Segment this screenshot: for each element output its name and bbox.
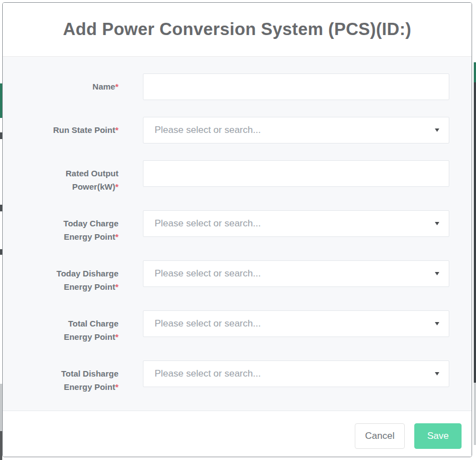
field-control <box>143 160 449 187</box>
field-label-today-charge-energy-point: Today Charge Energy Point* <box>25 217 118 244</box>
field-control: Please select or search... <box>143 310 449 337</box>
today-charge-energy-point-select[interactable]: Please select or search... <box>143 210 449 237</box>
form-row-rated-output-power: Rated Output Power(kW)* <box>25 160 449 194</box>
field-control: Please select or search... <box>143 360 449 387</box>
field-label-rated-output-power: Rated Output Power(kW)* <box>25 167 118 194</box>
edge-dark-segment <box>474 82 476 383</box>
form-row-total-charge-energy-point: Total Charge Energy Point* Please select… <box>25 310 449 344</box>
edge-gray-segment <box>474 383 476 445</box>
total-charge-energy-point-select[interactable]: Please select or search... <box>143 310 449 337</box>
screenshot-stage: Add Power Conversion System (PCS)(ID:) N… <box>0 0 476 460</box>
field-label-total-charge-energy-point: Total Charge Energy Point* <box>25 317 118 344</box>
select-placeholder: Please select or search... <box>155 268 261 279</box>
today-disharge-energy-point-select[interactable]: Please select or search... <box>143 260 449 287</box>
chevron-down-icon <box>435 128 439 132</box>
form-row-today-disharge-energy-point: Today Disharge Energy Point* Please sele… <box>25 260 449 294</box>
required-asterisk: * <box>115 125 118 135</box>
required-asterisk: * <box>115 332 118 342</box>
field-label-today-disharge-energy-point: Today Disharge Energy Point* <box>25 267 118 294</box>
select-placeholder: Please select or search... <box>155 368 261 379</box>
save-button[interactable]: Save <box>414 423 462 449</box>
required-asterisk: * <box>115 382 118 392</box>
modal-body: Name* Run State Point* Please select or … <box>3 57 472 410</box>
chevron-down-icon <box>435 372 439 375</box>
edge-teal-segment <box>474 62 476 82</box>
field-control: Please select or search... <box>143 210 449 237</box>
select-placeholder: Please select or search... <box>155 218 261 229</box>
chevron-down-icon <box>435 272 439 275</box>
field-label-run-state-point: Run State Point* <box>25 123 118 137</box>
required-asterisk: * <box>115 232 118 241</box>
total-disharge-energy-point-select[interactable]: Please select or search... <box>143 360 449 387</box>
add-pcs-modal: Add Power Conversion System (PCS)(ID:) N… <box>2 2 472 457</box>
rated-output-power-input[interactable] <box>143 160 449 187</box>
form-row-today-charge-energy-point: Today Charge Energy Point* Please select… <box>25 210 449 244</box>
field-control: Please select or search... <box>143 117 449 144</box>
modal-header: Add Power Conversion System (PCS)(ID:) <box>3 3 472 57</box>
form-row-total-disharge-energy-point: Total Disharge Energy Point* Please sele… <box>25 360 449 394</box>
select-placeholder: Please select or search... <box>155 125 261 136</box>
form-row-run-state-point: Run State Point* Please select or search… <box>25 117 449 144</box>
field-label-total-disharge-energy-point: Total Disharge Energy Point* <box>25 367 118 394</box>
chevron-down-icon <box>435 222 439 225</box>
required-asterisk: * <box>115 82 118 91</box>
required-asterisk: * <box>115 282 118 291</box>
select-placeholder: Please select or search... <box>155 318 261 329</box>
field-control <box>143 73 449 100</box>
cancel-button[interactable]: Cancel <box>355 423 405 449</box>
modal-title: Add Power Conversion System (PCS)(ID:) <box>63 19 411 39</box>
form-row-name: Name* <box>25 73 449 100</box>
chevron-down-icon <box>435 322 439 325</box>
name-input[interactable] <box>143 73 449 100</box>
field-label-name: Name* <box>25 80 118 93</box>
modal-footer: Cancel Save <box>3 410 472 457</box>
run-state-point-select[interactable]: Please select or search... <box>143 117 449 144</box>
field-control: Please select or search... <box>143 260 449 287</box>
required-asterisk: * <box>115 182 118 191</box>
page-edge-artifact-right <box>474 0 476 460</box>
